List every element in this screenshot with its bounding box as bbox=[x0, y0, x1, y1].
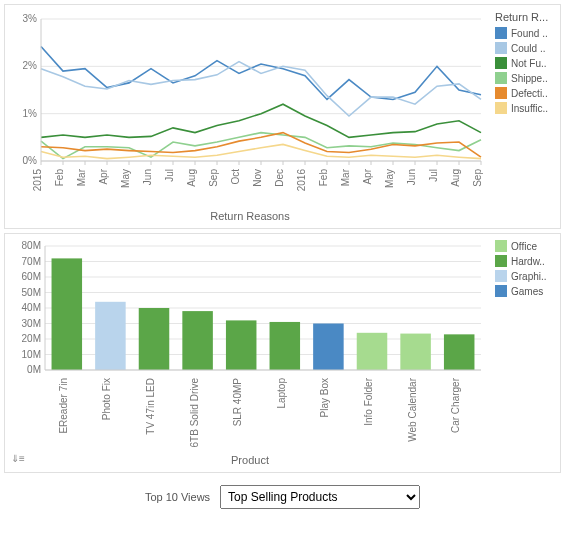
svg-text:Feb: Feb bbox=[318, 169, 329, 187]
return-reasons-chart: 0%1%2%3%2015FebMarAprMayJunJulAugSepOctN… bbox=[4, 4, 561, 229]
legend-item[interactable]: Office bbox=[495, 240, 554, 252]
svg-text:Aug: Aug bbox=[450, 169, 461, 187]
svg-text:6TB Solid Drive: 6TB Solid Drive bbox=[189, 378, 200, 448]
bar[interactable] bbox=[444, 334, 475, 370]
svg-text:EReader 7in: EReader 7in bbox=[58, 378, 69, 434]
bar[interactable] bbox=[95, 302, 126, 370]
svg-text:Laptop: Laptop bbox=[276, 378, 287, 409]
svg-text:Dec: Dec bbox=[274, 169, 285, 187]
bar-chart-plot: 0M10M20M30M40M50M60M70M80MEReader 7inPho… bbox=[11, 240, 486, 450]
svg-text:SLR 40MP: SLR 40MP bbox=[232, 378, 243, 427]
bar-chart-xlabel: Product bbox=[11, 454, 489, 466]
svg-text:Apr: Apr bbox=[98, 168, 109, 184]
svg-text:40M: 40M bbox=[22, 302, 41, 313]
svg-text:Play Box: Play Box bbox=[319, 378, 330, 417]
svg-text:Photo Fix: Photo Fix bbox=[101, 378, 112, 420]
svg-text:Jun: Jun bbox=[406, 169, 417, 185]
legend-item[interactable]: Games bbox=[495, 285, 554, 297]
svg-text:Jul: Jul bbox=[164, 169, 175, 182]
svg-text:2015: 2015 bbox=[32, 169, 43, 192]
footer-controls: Top 10 Views Top Selling Products bbox=[0, 477, 565, 517]
legend-item[interactable]: Defecti.. bbox=[495, 87, 554, 99]
legend-item[interactable]: Insuffic.. bbox=[495, 102, 554, 114]
svg-text:Jun: Jun bbox=[142, 169, 153, 185]
svg-text:Web Calendar: Web Calendar bbox=[407, 377, 418, 441]
svg-text:2016: 2016 bbox=[296, 169, 307, 192]
svg-text:Jul: Jul bbox=[428, 169, 439, 182]
legend-item[interactable]: Not Fu.. bbox=[495, 57, 554, 69]
svg-text:80M: 80M bbox=[22, 240, 41, 251]
bar[interactable] bbox=[226, 320, 257, 370]
svg-text:3%: 3% bbox=[23, 13, 38, 24]
svg-text:0%: 0% bbox=[23, 155, 38, 166]
svg-text:60M: 60M bbox=[22, 271, 41, 282]
svg-text:Aug: Aug bbox=[186, 169, 197, 187]
bar[interactable] bbox=[270, 322, 301, 370]
bar[interactable] bbox=[182, 311, 213, 370]
svg-text:Info Folder: Info Folder bbox=[363, 377, 374, 425]
svg-text:20M: 20M bbox=[22, 333, 41, 344]
svg-text:30M: 30M bbox=[22, 318, 41, 329]
svg-text:2%: 2% bbox=[23, 60, 38, 71]
bar[interactable] bbox=[313, 324, 344, 371]
download-icon[interactable]: ⇓≡ bbox=[11, 453, 25, 464]
top-products-chart: 0M10M20M30M40M50M60M70M80MEReader 7inPho… bbox=[4, 233, 561, 473]
legend-item[interactable]: Could .. bbox=[495, 42, 554, 54]
svg-text:May: May bbox=[384, 169, 395, 188]
legend-item[interactable]: Graphi.. bbox=[495, 270, 554, 282]
svg-text:Car Charger: Car Charger bbox=[450, 377, 461, 433]
svg-text:Apr: Apr bbox=[362, 168, 373, 184]
svg-text:0M: 0M bbox=[27, 364, 41, 375]
legend-item[interactable]: Shippe.. bbox=[495, 72, 554, 84]
bar[interactable] bbox=[52, 258, 83, 370]
svg-text:Oct: Oct bbox=[230, 169, 241, 185]
bar[interactable] bbox=[139, 308, 170, 370]
svg-text:May: May bbox=[120, 169, 131, 188]
bar-chart-legend: OfficeHardw..Graphi..Games bbox=[489, 240, 554, 466]
line-chart-xlabel: Return Reasons bbox=[11, 210, 489, 222]
view-selector[interactable]: Top Selling Products bbox=[220, 485, 420, 509]
svg-text:10M: 10M bbox=[22, 349, 41, 360]
svg-text:TV 47in LED: TV 47in LED bbox=[145, 378, 156, 435]
svg-text:Nov: Nov bbox=[252, 169, 263, 187]
svg-text:Feb: Feb bbox=[54, 169, 65, 187]
svg-text:Sep: Sep bbox=[208, 169, 219, 187]
svg-text:70M: 70M bbox=[22, 256, 41, 267]
line-chart-plot: 0%1%2%3%2015FebMarAprMayJunJulAugSepOctN… bbox=[11, 11, 486, 206]
svg-text:Mar: Mar bbox=[76, 168, 87, 186]
svg-text:Sep: Sep bbox=[472, 169, 483, 187]
bar[interactable] bbox=[400, 334, 431, 370]
line-chart-legend: Return R... Found ..Could ..Not Fu..Ship… bbox=[489, 11, 554, 222]
svg-text:50M: 50M bbox=[22, 287, 41, 298]
view-selector-label: Top 10 Views bbox=[145, 491, 210, 503]
bar[interactable] bbox=[357, 333, 388, 370]
legend-title: Return R... bbox=[495, 11, 554, 23]
legend-item[interactable]: Hardw.. bbox=[495, 255, 554, 267]
svg-text:1%: 1% bbox=[23, 108, 38, 119]
legend-item[interactable]: Found .. bbox=[495, 27, 554, 39]
svg-text:Mar: Mar bbox=[340, 168, 351, 186]
